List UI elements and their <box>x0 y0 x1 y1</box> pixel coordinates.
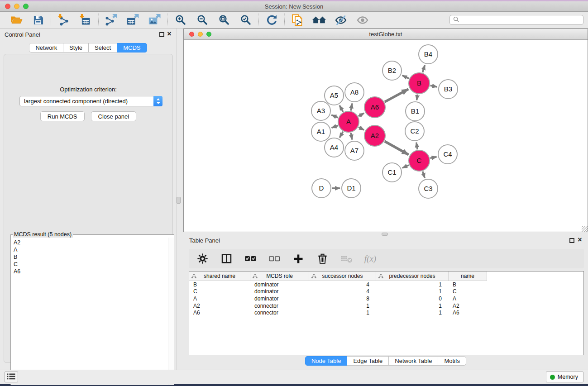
table-cell[interactable]: A6 <box>189 310 250 316</box>
graph-edge-A-A3[interactable] <box>331 115 338 118</box>
graph-edge-C-C4[interactable] <box>430 157 436 158</box>
network-canvas[interactable]: B4B2BB3A8A5A6A3B1AA1C2A2A4A7C4CC1DD1C3 <box>184 40 588 231</box>
task-history-button[interactable] <box>5 372 18 382</box>
column-header-predecessor-nodes[interactable]: predecessor nodes <box>376 272 449 281</box>
refresh-icon[interactable] <box>265 13 278 27</box>
table-cell[interactable]: A2 <box>189 303 250 309</box>
graph-node-C2[interactable]: C2 <box>405 122 424 141</box>
table-cell[interactable]: connector <box>250 303 309 309</box>
show-column-panel-icon[interactable] <box>220 252 233 266</box>
resize-grip[interactable] <box>582 226 588 232</box>
graph-node-B2[interactable]: B2 <box>382 61 402 80</box>
graph-edge-C-C1[interactable] <box>402 165 409 168</box>
minimize-window-button[interactable] <box>14 4 19 9</box>
column-header-mcds-role[interactable]: MCDS role <box>250 272 309 281</box>
zoom-in-icon[interactable] <box>174 13 187 27</box>
graph-edge-C-C2[interactable] <box>416 143 417 150</box>
search-input[interactable] <box>461 17 580 23</box>
select-all-icon[interactable] <box>244 252 257 266</box>
mcds-result-item[interactable]: A <box>14 246 174 253</box>
table-cell[interactable]: 8 <box>309 295 376 302</box>
table-cell[interactable]: 1 <box>376 303 449 309</box>
table-row[interactable]: Adominator80A <box>189 295 583 302</box>
graph-edge-A-A4[interactable] <box>339 132 343 138</box>
tab-mcds[interactable]: MCDS <box>117 43 147 52</box>
import-table-icon[interactable] <box>79 13 92 27</box>
tab-style[interactable]: Style <box>63 43 89 52</box>
graph-node-A[interactable]: A <box>338 111 359 132</box>
close-panel-button[interactable]: Close panel <box>91 111 137 121</box>
tab-edge-table[interactable]: Edge Table <box>347 356 389 366</box>
mcds-result-item[interactable]: A2 <box>14 239 174 246</box>
export-network-icon[interactable] <box>105 13 118 27</box>
graph-edge-A-A2[interactable] <box>359 127 364 130</box>
graph-node-A3[interactable]: A3 <box>311 101 330 120</box>
export-table-icon[interactable] <box>126 13 140 27</box>
graph-node-A8[interactable]: A8 <box>345 83 364 102</box>
graph-node-D1[interactable]: D1 <box>342 179 361 198</box>
show-graphics-eye-icon[interactable] <box>356 13 369 27</box>
table-row[interactable]: A6connector11A6 <box>189 309 583 316</box>
graph-edge-B-B3[interactable] <box>430 86 437 87</box>
table-row[interactable]: A2connector11A2 <box>189 302 583 310</box>
graph-node-C1[interactable]: C1 <box>382 163 402 182</box>
table-cell[interactable]: C <box>449 288 487 295</box>
tab-motifs[interactable]: Motifs <box>438 356 466 366</box>
table-cell[interactable]: dominator <box>250 288 309 295</box>
tab-network[interactable]: Network <box>29 43 63 52</box>
network-zoom-button[interactable] <box>206 32 211 37</box>
graph-node-A2[interactable]: A2 <box>364 125 385 146</box>
graph-node-B3[interactable]: B3 <box>439 80 458 99</box>
close-window-button[interactable] <box>5 4 10 9</box>
table-cell[interactable]: 1 <box>376 288 449 295</box>
table-settings-gear-icon[interactable] <box>196 252 209 266</box>
graph-edge-C-C3[interactable] <box>423 172 425 178</box>
graph-node-B1[interactable]: B1 <box>406 102 425 121</box>
graph-node-B4[interactable]: B4 <box>419 45 438 64</box>
table-cell[interactable]: A2 <box>449 303 487 309</box>
table-cell[interactable]: 4 <box>309 281 376 288</box>
add-column-icon[interactable] <box>292 252 305 266</box>
graph-edge-B-B1[interactable] <box>417 95 418 100</box>
graph-node-C3[interactable]: C3 <box>419 179 438 198</box>
control-panel-close-icon[interactable]: × <box>166 30 173 38</box>
delete-column-icon[interactable] <box>316 252 329 266</box>
graph-node-B[interactable]: B <box>409 73 430 94</box>
table-panel-close-icon[interactable]: × <box>576 236 583 244</box>
table-panel-float-icon[interactable] <box>569 238 574 243</box>
graph-edge-B-B4[interactable] <box>422 65 425 72</box>
graph-edge-A-A7[interactable] <box>351 133 352 139</box>
table-cell[interactable]: 1 <box>376 281 449 288</box>
cybrowser-home-icon[interactable] <box>312 13 326 27</box>
table-cell[interactable]: dominator <box>250 281 309 288</box>
table-row[interactable]: Bdominator41B <box>189 281 583 288</box>
tab-node-table[interactable]: Node Table <box>305 356 348 366</box>
zoom-window-button[interactable] <box>23 4 29 9</box>
table-cell[interactable]: A <box>449 295 487 302</box>
import-network-icon[interactable] <box>57 13 71 27</box>
graph-node-A5[interactable]: A5 <box>325 86 344 105</box>
hide-graphics-details-icon[interactable] <box>334 13 348 27</box>
memory-button[interactable]: Memory <box>546 372 583 382</box>
graph-node-A1[interactable]: A1 <box>311 122 330 141</box>
table-cell[interactable]: A <box>189 295 250 302</box>
zoom-fit-icon[interactable] <box>217 13 231 27</box>
graph-edge-A6-B[interactable] <box>385 89 408 102</box>
mcds-result-item[interactable]: B <box>14 253 174 261</box>
table-cell[interactable]: dominator <box>250 295 309 302</box>
table-row[interactable]: Cdominator41C <box>189 288 583 295</box>
table-cell[interactable]: 4 <box>309 288 376 295</box>
table-cell[interactable]: connector <box>250 310 309 316</box>
tab-network-table[interactable]: Network Table <box>388 356 438 366</box>
table-cell[interactable]: 1 <box>376 310 449 316</box>
table-cell[interactable]: B <box>189 281 250 288</box>
save-session-icon[interactable] <box>31 13 45 27</box>
table-cell[interactable]: C <box>189 288 250 295</box>
zoom-out-icon[interactable] <box>196 13 209 27</box>
graph-edge-A2-C[interactable] <box>385 141 409 155</box>
column-header-shared-name[interactable]: shared name <box>189 272 250 281</box>
vertical-scrollbar-thumb[interactable] <box>177 197 181 204</box>
export-image-icon[interactable] <box>148 13 162 27</box>
new-network-from-selection-icon[interactable] <box>291 13 304 27</box>
graph-edge-A-A1[interactable] <box>332 125 338 128</box>
